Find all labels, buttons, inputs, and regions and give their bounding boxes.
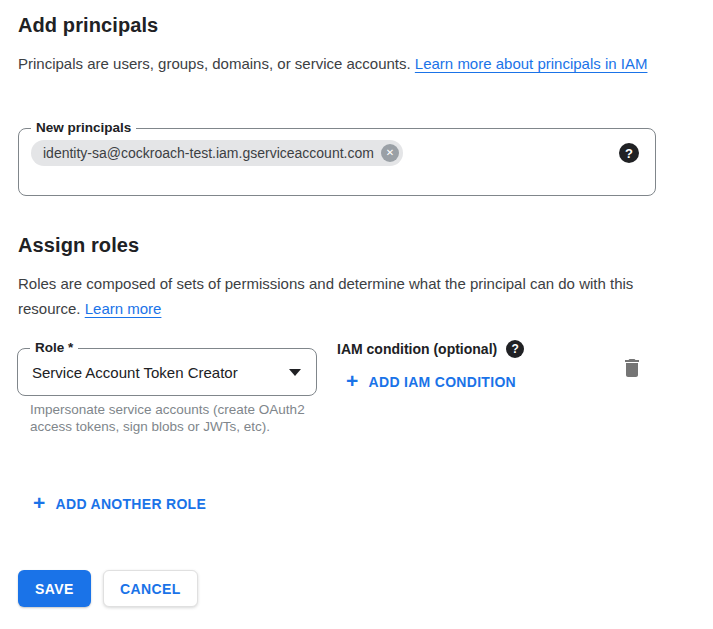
learn-more-principals-link[interactable]: Learn more about principals in IAM <box>415 55 648 72</box>
role-helper-text: Impersonate service accounts (create OAu… <box>30 401 324 435</box>
iam-condition-header: IAM condition (optional) ? <box>337 340 524 358</box>
close-icon: ✕ <box>386 148 394 158</box>
save-button[interactable]: SAVE <box>18 570 91 607</box>
add-another-role-label: ADD ANOTHER ROLE <box>56 496 207 512</box>
principals-description-text: Principals are users, groups, domains, o… <box>18 55 415 72</box>
learn-more-roles-link[interactable]: Learn more <box>85 300 162 317</box>
role-select[interactable]: Role * Service Account Token Creator <box>17 348 317 396</box>
help-glyph: ? <box>625 147 633 160</box>
plus-icon: + <box>33 492 46 513</box>
role-label: Role * <box>30 340 78 355</box>
principals-help-icon[interactable]: ? <box>619 143 639 163</box>
delete-role-button[interactable] <box>618 354 646 382</box>
iam-condition-help-icon[interactable]: ? <box>506 340 524 358</box>
new-principals-label: New principals <box>31 120 136 135</box>
role-selected-value: Service Account Token Creator <box>32 364 238 381</box>
add-principals-panel: Add principals Principals are users, gro… <box>0 0 713 629</box>
add-principals-title: Add principals <box>18 14 158 37</box>
dropdown-caret-icon <box>289 369 301 376</box>
assign-roles-title: Assign roles <box>18 234 139 257</box>
add-another-role-button[interactable]: + ADD ANOTHER ROLE <box>33 493 206 514</box>
principals-description: Principals are users, groups, domains, o… <box>18 51 666 76</box>
add-iam-condition-label: ADD IAM CONDITION <box>369 374 516 390</box>
trash-icon <box>620 356 644 380</box>
cancel-button[interactable]: CANCEL <box>103 570 198 607</box>
plus-icon: + <box>346 370 359 391</box>
iam-condition-label: IAM condition (optional) <box>337 341 497 357</box>
add-iam-condition-button[interactable]: + ADD IAM CONDITION <box>346 371 516 392</box>
roles-description: Roles are composed of sets of permission… <box>18 271 666 321</box>
principal-chip: identity-sa@cockroach-test.iam.gservicea… <box>31 140 403 166</box>
help-glyph: ? <box>512 343 519 355</box>
new-principals-field[interactable]: New principals identity-sa@cockroach-tes… <box>18 128 656 196</box>
chip-remove-button[interactable]: ✕ <box>381 144 399 162</box>
principal-chip-text: identity-sa@cockroach-test.iam.gservicea… <box>43 145 374 161</box>
